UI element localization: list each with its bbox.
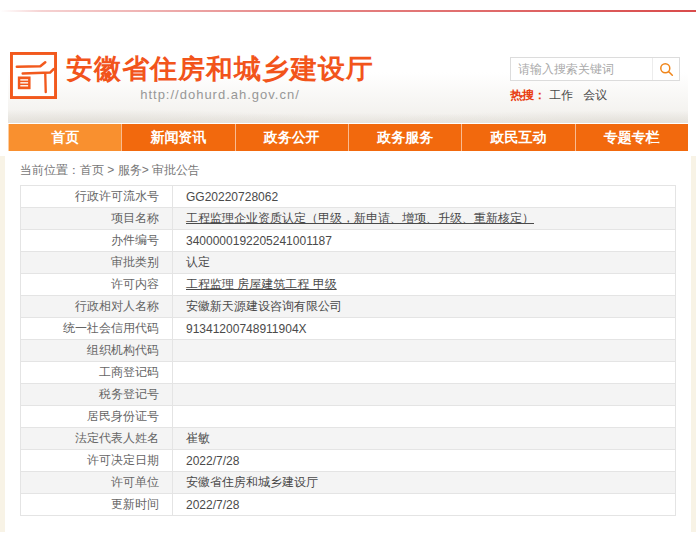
field-value: 3400000192205241001187 bbox=[173, 230, 676, 252]
table-row: 行政许可流水号 GG20220728062 bbox=[21, 186, 676, 208]
field-value bbox=[173, 340, 676, 362]
table-row: 法定代表人姓名 崔敏 bbox=[21, 428, 676, 450]
breadcrumb-home-link[interactable]: 首页 bbox=[80, 163, 104, 177]
table-row: 许可内容 工程监理 房屋建筑工程 甲级 bbox=[21, 274, 676, 296]
search-button[interactable] bbox=[652, 58, 679, 80]
breadcrumb-label: 当前位置： bbox=[20, 163, 80, 177]
field-value bbox=[173, 384, 676, 406]
nav-tab[interactable]: 新闻资讯 bbox=[121, 124, 234, 151]
top-decoration-line bbox=[0, 10, 696, 12]
table-row: 审批类别 认定 bbox=[21, 252, 676, 274]
site-identity: 安徽省住房和城乡建设厅 http://dohurd.ah.gov.cn/ bbox=[66, 54, 374, 102]
field-value: 2022/7/28 bbox=[173, 494, 676, 516]
breadcrumb-current: 审批公告 bbox=[152, 163, 200, 177]
field-label: 工商登记码 bbox=[21, 362, 173, 384]
field-label: 许可单位 bbox=[21, 472, 173, 494]
field-value: 工程监理企业资质认定（甲级，新申请、增项、升级、重新核定） bbox=[173, 208, 676, 230]
breadcrumb-section-link[interactable]: 服务 bbox=[118, 163, 142, 177]
approval-detail-rows: 行政许可流水号 GG20220728062 项目名称 工程监理企业资质认定（甲级… bbox=[21, 186, 676, 516]
table-row: 工商登记码 bbox=[21, 362, 676, 384]
table-row: 许可决定日期 2022/7/28 bbox=[21, 450, 676, 472]
field-label: 行政许可流水号 bbox=[21, 186, 173, 208]
site-title: 安徽省住房和城乡建设厅 bbox=[66, 54, 374, 85]
hot-search-label: 热搜： bbox=[510, 88, 546, 102]
search-area: 热搜： 工作会议 bbox=[510, 57, 680, 104]
field-value bbox=[173, 362, 676, 384]
field-label: 税务登记号 bbox=[21, 384, 173, 406]
table-row: 税务登记号 bbox=[21, 384, 676, 406]
field-value: 认定 bbox=[173, 252, 676, 274]
table-row: 项目名称 工程监理企业资质认定（甲级，新申请、增项、升级、重新核定） bbox=[21, 208, 676, 230]
search-box bbox=[510, 57, 680, 81]
breadcrumb: 当前位置：首页 > 服务> 审批公告 bbox=[5, 157, 691, 183]
field-label: 审批类别 bbox=[21, 252, 173, 274]
field-value: 2022/7/28 bbox=[173, 450, 676, 472]
table-row: 统一社会信用代码 91341200748911904X bbox=[21, 318, 676, 340]
field-label: 居民身份证号 bbox=[21, 406, 173, 428]
table-row: 更新时间 2022/7/28 bbox=[21, 494, 676, 516]
field-label: 更新时间 bbox=[21, 494, 173, 516]
field-value: 崔敏 bbox=[173, 428, 676, 450]
field-value: GG20220728062 bbox=[173, 186, 676, 208]
field-label: 许可决定日期 bbox=[21, 450, 173, 472]
main-section: 当前位置：首页 > 服务> 审批公告 行政许可流水号 GG20220728062… bbox=[0, 156, 696, 532]
nav-tab[interactable]: 首页 bbox=[8, 124, 121, 151]
site-logo-icon bbox=[10, 52, 57, 99]
breadcrumb-separator: > bbox=[142, 163, 152, 177]
breadcrumb-separator: > bbox=[104, 163, 118, 177]
field-label: 行政相对人名称 bbox=[21, 296, 173, 318]
table-row: 组织机构代码 bbox=[21, 340, 676, 362]
field-label: 许可内容 bbox=[21, 274, 173, 296]
nav-tab[interactable]: 政务公开 bbox=[235, 124, 348, 151]
hot-search-link[interactable]: 工作 bbox=[549, 88, 573, 102]
main-nav: 首页新闻资讯政务公开政务服务政民互动专题专栏 bbox=[8, 124, 688, 151]
search-icon bbox=[659, 62, 674, 77]
field-label: 统一社会信用代码 bbox=[21, 318, 173, 340]
nav-tab[interactable]: 政民互动 bbox=[461, 124, 574, 151]
field-value bbox=[173, 406, 676, 428]
table-row: 行政相对人名称 安徽新天源建设咨询有限公司 bbox=[21, 296, 676, 318]
content-panel: 当前位置：首页 > 服务> 审批公告 行政许可流水号 GG20220728062… bbox=[5, 156, 691, 532]
table-row: 许可单位 安徽省住房和城乡建设厅 bbox=[21, 472, 676, 494]
site-url: http://dohurd.ah.gov.cn/ bbox=[66, 87, 374, 102]
field-value: 安徽新天源建设咨询有限公司 bbox=[173, 296, 676, 318]
hot-search-link[interactable]: 会议 bbox=[583, 88, 607, 102]
table-row: 办件编号 3400000192205241001187 bbox=[21, 230, 676, 252]
field-value: 工程监理 房屋建筑工程 甲级 bbox=[173, 274, 676, 296]
field-label: 组织机构代码 bbox=[21, 340, 173, 362]
nav-tab[interactable]: 专题专栏 bbox=[575, 124, 688, 151]
field-label: 办件编号 bbox=[21, 230, 173, 252]
table-row: 居民身份证号 bbox=[21, 406, 676, 428]
nav-tab[interactable]: 政务服务 bbox=[348, 124, 461, 151]
approval-detail-table: 行政许可流水号 GG20220728062 项目名称 工程监理企业资质认定（甲级… bbox=[20, 185, 676, 516]
hot-search-row: 热搜： 工作会议 bbox=[510, 87, 680, 104]
site-header: 安徽省住房和城乡建设厅 http://dohurd.ah.gov.cn/ 热搜：… bbox=[8, 45, 688, 123]
field-label: 法定代表人姓名 bbox=[21, 428, 173, 450]
field-label: 项目名称 bbox=[21, 208, 173, 230]
search-input[interactable] bbox=[511, 58, 652, 80]
field-value: 91341200748911904X bbox=[173, 318, 676, 340]
field-value: 安徽省住房和城乡建设厅 bbox=[173, 472, 676, 494]
